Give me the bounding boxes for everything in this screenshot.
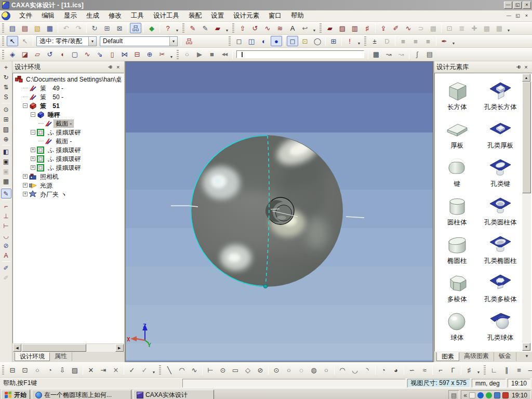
toolbar-grip[interactable]: [2, 23, 4, 33]
surface-offset-icon[interactable]: ▢: [69, 49, 81, 60]
circle-center-icon[interactable]: ⊙: [271, 365, 282, 375]
style-combo-arrow-icon[interactable]: ▼: [169, 37, 177, 46]
layers-icon[interactable]: ≣: [456, 23, 468, 33]
two-view-icon[interactable]: ⊟: [7, 365, 18, 375]
animation-slider-thumb[interactable]: [242, 52, 243, 57]
open-icon[interactable]: ▧: [32, 23, 43, 33]
pattern-icon[interactable]: ▩: [428, 23, 439, 33]
library-item[interactable]: 孔类键: [479, 152, 523, 190]
spring-icon[interactable]: ∿: [403, 23, 414, 33]
tree-item[interactable]: 截面 -: [14, 137, 124, 145]
library-item[interactable]: 多棱体: [435, 267, 479, 305]
detail-icon[interactable]: D: [381, 36, 393, 46]
solid-b-icon[interactable]: ■: [410, 36, 421, 46]
toolbar-overflow-icon[interactable]: ▼: [151, 365, 157, 375]
hand-tray-icon[interactable]: [469, 392, 475, 398]
outline-icon[interactable]: ◻: [287, 36, 298, 46]
stop-icon[interactable]: ■: [206, 49, 218, 60]
cylinder-display-icon[interactable]: ◯: [312, 36, 323, 46]
ortho-constraint-icon[interactable]: ∟: [488, 365, 500, 375]
erase-icon[interactable]: ▰: [324, 23, 336, 33]
tree-item[interactable]: +照相机: [14, 172, 124, 181]
revolve-icon[interactable]: ↺: [249, 23, 261, 33]
regen-icon[interactable]: ↻: [89, 23, 100, 33]
fold-icon[interactable]: ↩: [299, 23, 311, 33]
hidden-line-icon[interactable]: ◫: [246, 36, 257, 46]
library-scrollbar[interactable]: ▲ ▼: [522, 74, 531, 351]
circle-tan-icon[interactable]: ◍: [308, 365, 320, 375]
ellipse-tool-icon[interactable]: ○: [321, 365, 332, 375]
add-sub-icon[interactable]: ±: [369, 36, 380, 46]
doc-close-button[interactable]: ×: [523, 12, 530, 19]
dim-icon[interactable]: ⊢: [205, 365, 216, 375]
toolbar-grip[interactable]: [484, 365, 486, 375]
interference-icon[interactable]: !: [344, 36, 355, 46]
tree-expand-icon[interactable]: −: [31, 112, 35, 117]
loft-icon[interactable]: ≋: [274, 23, 286, 33]
menu-修改[interactable]: 修改: [104, 10, 126, 21]
tab-图素[interactable]: 图素: [436, 352, 459, 361]
check-profile2-icon[interactable]: ✓: [139, 365, 150, 375]
solid-c-icon[interactable]: ■: [422, 36, 434, 46]
angle-snap-icon[interactable]: ◔: [44, 365, 56, 375]
smart-render-icon[interactable]: ◆: [146, 23, 157, 33]
panel-close-icon[interactable]: ×: [522, 63, 530, 71]
circle-dim-icon[interactable]: ⊙: [217, 365, 229, 375]
toolbar-grip[interactable]: [2, 365, 4, 375]
end-condition-icon[interactable]: ⇥: [98, 365, 109, 375]
arc-icon[interactable]: ◠: [176, 365, 188, 375]
shaded-icon[interactable]: ●: [271, 36, 282, 46]
library-item[interactable]: 孔类长方体: [479, 75, 523, 113]
measure-icon[interactable]: ✐: [1, 263, 11, 273]
anim-curve-icon[interactable]: ↝: [383, 49, 394, 60]
zoom-icon[interactable]: ⊙: [1, 104, 11, 114]
scroll-down-icon[interactable]: ▼: [522, 343, 530, 351]
design-tree-icon[interactable]: 品: [130, 23, 141, 33]
library-item[interactable]: 键: [435, 152, 479, 190]
section-endpoint[interactable]: [263, 284, 267, 288]
lock-body-icon[interactable]: ⊠: [114, 23, 125, 33]
surface-stitch-icon[interactable]: ◈: [7, 49, 18, 60]
zoom-rect-icon[interactable]: ⊡: [19, 365, 31, 375]
spline-icon[interactable]: ∿: [189, 365, 200, 375]
rect-tool-icon[interactable]: ▭: [230, 365, 241, 375]
close-button[interactable]: ×: [523, 2, 531, 9]
curve-3d-icon[interactable]: ∿: [82, 49, 93, 60]
text-3d-icon[interactable]: A: [287, 23, 298, 33]
tab-高级图素[interactable]: 高级图素: [459, 352, 494, 361]
tree-item[interactable]: 策ゝ50 -: [14, 92, 124, 101]
ellipse-arc2-icon[interactable]: ◕: [390, 365, 402, 375]
play-icon[interactable]: ▶: [194, 49, 205, 60]
toolbar-grip[interactable]: [2, 36, 4, 46]
mirror-feature-icon[interactable]: ⋈: [119, 49, 130, 60]
tree-horizontal-scrollbar[interactable]: ◀ ▶: [13, 343, 124, 352]
display-mode-icon[interactable]: ◧: [1, 147, 11, 156]
record-icon[interactable]: ○: [181, 49, 193, 60]
shell-icon[interactable]: ⊃: [415, 23, 427, 33]
toolbar-overflow-icon[interactable]: ▼: [356, 36, 362, 46]
chamfer-icon[interactable]: ⌐: [435, 365, 446, 375]
tree-item[interactable]: +ふ 摸娥瑗砰: [14, 154, 124, 163]
measure-off-icon[interactable]: ✐: [1, 273, 11, 283]
dim-h-icon[interactable]: ⊥: [1, 211, 11, 221]
library-item[interactable]: 孔类厚板: [479, 113, 523, 152]
text-tool-icon[interactable]: A: [1, 250, 11, 260]
project-down-icon[interactable]: ⇩: [57, 365, 68, 375]
undo-icon[interactable]: ↶: [60, 23, 72, 33]
toolbar-grip[interactable]: [182, 23, 184, 33]
rewind-icon[interactable]: ◀◀: [219, 49, 230, 60]
toolbar-grip[interactable]: [229, 36, 231, 46]
menu-装配[interactable]: 装配: [184, 10, 206, 21]
scroll-right-icon[interactable]: ▶: [115, 344, 124, 352]
library-item[interactable]: 椭圆柱: [435, 229, 479, 267]
half-shade-icon[interactable]: ◐: [258, 36, 270, 46]
panel-close-icon[interactable]: ×: [114, 63, 122, 71]
ellipse-arc-icon[interactable]: ◔: [378, 365, 389, 375]
toolbar-grip[interactable]: [232, 23, 234, 33]
toolbar-grip[interactable]: [159, 365, 161, 375]
taskbar-task-browser[interactable]: 在一个椭圆球面上如何...: [32, 390, 131, 399]
arc-tan-icon[interactable]: ◝: [362, 365, 373, 375]
select-icon[interactable]: ↖: [7, 36, 18, 46]
surface-revolve-icon[interactable]: ↺: [44, 49, 56, 60]
paste-icon[interactable]: ⊡: [444, 23, 455, 33]
